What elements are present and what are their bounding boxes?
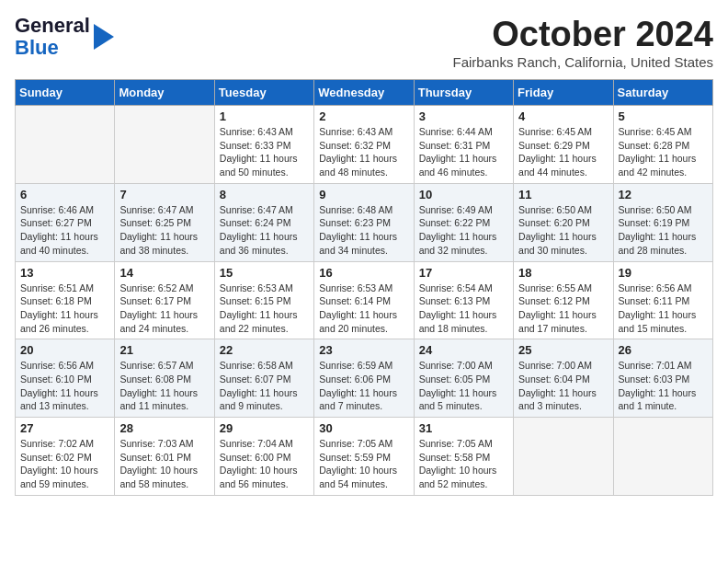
location: Fairbanks Ranch, California, United Stat… xyxy=(453,54,713,70)
calendar-cell xyxy=(115,106,214,184)
day-number: 5 xyxy=(619,109,708,123)
day-content: Sunrise: 7:03 AM Sunset: 6:01 PM Dayligh… xyxy=(119,437,209,491)
calendar-cell xyxy=(514,418,613,496)
calendar-cell: 11Sunrise: 6:50 AM Sunset: 6:20 PM Dayli… xyxy=(514,183,613,261)
day-content: Sunrise: 7:05 AM Sunset: 5:59 PM Dayligh… xyxy=(319,437,408,491)
day-number: 9 xyxy=(319,188,408,201)
logo-arrow-icon xyxy=(94,24,114,50)
calendar-cell: 12Sunrise: 6:50 AM Sunset: 6:19 PM Dayli… xyxy=(613,183,712,261)
day-number: 15 xyxy=(220,266,309,280)
day-number: 22 xyxy=(220,343,309,357)
weekday-header-friday: Friday xyxy=(514,80,613,106)
day-content: Sunrise: 6:45 AM Sunset: 6:29 PM Dayligh… xyxy=(518,125,608,179)
calendar-cell: 3Sunrise: 6:44 AM Sunset: 6:31 PM Daylig… xyxy=(414,106,513,184)
day-number: 18 xyxy=(518,266,608,280)
calendar-cell: 4Sunrise: 6:45 AM Sunset: 6:29 PM Daylig… xyxy=(514,106,613,184)
day-number: 31 xyxy=(419,421,508,435)
day-content: Sunrise: 6:50 AM Sunset: 6:19 PM Dayligh… xyxy=(619,203,708,258)
day-number: 13 xyxy=(20,266,109,280)
day-number: 17 xyxy=(419,266,508,280)
day-number: 6 xyxy=(20,188,109,201)
calendar-cell: 31Sunrise: 7:05 AM Sunset: 5:58 PM Dayli… xyxy=(414,418,513,496)
calendar-cell: 25Sunrise: 7:00 AM Sunset: 6:04 PM Dayli… xyxy=(514,339,613,418)
calendar-cell: 18Sunrise: 6:55 AM Sunset: 6:12 PM Dayli… xyxy=(514,261,613,339)
calendar-cell: 29Sunrise: 7:04 AM Sunset: 6:00 PM Dayli… xyxy=(214,418,313,496)
day-content: Sunrise: 6:53 AM Sunset: 6:14 PM Dayligh… xyxy=(319,282,408,336)
day-number: 28 xyxy=(119,421,209,435)
day-number: 19 xyxy=(619,266,708,280)
month-title: October 2024 xyxy=(453,15,713,54)
day-content: Sunrise: 6:55 AM Sunset: 6:12 PM Dayligh… xyxy=(518,282,608,336)
day-content: Sunrise: 7:00 AM Sunset: 6:05 PM Dayligh… xyxy=(419,359,508,413)
calendar-cell: 1Sunrise: 6:43 AM Sunset: 6:33 PM Daylig… xyxy=(214,106,313,184)
day-content: Sunrise: 6:48 AM Sunset: 6:23 PM Dayligh… xyxy=(319,203,408,258)
day-number: 12 xyxy=(619,188,708,201)
day-content: Sunrise: 6:53 AM Sunset: 6:15 PM Dayligh… xyxy=(220,282,309,336)
day-content: Sunrise: 6:56 AM Sunset: 6:11 PM Dayligh… xyxy=(619,282,708,336)
day-content: Sunrise: 6:47 AM Sunset: 6:25 PM Dayligh… xyxy=(119,203,209,258)
day-content: Sunrise: 6:59 AM Sunset: 6:06 PM Dayligh… xyxy=(319,359,408,413)
calendar-cell: 15Sunrise: 6:53 AM Sunset: 6:15 PM Dayli… xyxy=(214,261,313,339)
calendar-cell: 24Sunrise: 7:00 AM Sunset: 6:05 PM Dayli… xyxy=(414,339,513,418)
calendar-cell: 14Sunrise: 6:52 AM Sunset: 6:17 PM Dayli… xyxy=(115,261,214,339)
calendar-cell: 27Sunrise: 7:02 AM Sunset: 6:02 PM Dayli… xyxy=(16,418,115,496)
logo-blue: Blue xyxy=(15,37,90,59)
day-number: 23 xyxy=(319,343,408,357)
title-section: October 2024 Fairbanks Ranch, California… xyxy=(453,15,713,70)
calendar-cell: 7Sunrise: 6:47 AM Sunset: 6:25 PM Daylig… xyxy=(115,183,214,261)
calendar-cell: 5Sunrise: 6:45 AM Sunset: 6:28 PM Daylig… xyxy=(613,106,712,184)
calendar-cell: 23Sunrise: 6:59 AM Sunset: 6:06 PM Dayli… xyxy=(314,339,414,418)
day-number: 11 xyxy=(518,188,608,201)
calendar-week-row: 13Sunrise: 6:51 AM Sunset: 6:18 PM Dayli… xyxy=(16,261,713,339)
day-content: Sunrise: 6:43 AM Sunset: 6:32 PM Dayligh… xyxy=(319,125,408,179)
calendar-cell: 6Sunrise: 6:46 AM Sunset: 6:27 PM Daylig… xyxy=(16,183,115,261)
weekday-header-saturday: Saturday xyxy=(613,80,712,106)
day-content: Sunrise: 7:00 AM Sunset: 6:04 PM Dayligh… xyxy=(518,359,608,413)
weekday-header-thursday: Thursday xyxy=(414,80,513,106)
day-number: 27 xyxy=(20,421,109,435)
day-number: 3 xyxy=(419,109,508,123)
day-number: 30 xyxy=(319,421,408,435)
svg-marker-0 xyxy=(94,24,114,50)
calendar-cell: 2Sunrise: 6:43 AM Sunset: 6:32 PM Daylig… xyxy=(314,106,414,184)
day-content: Sunrise: 7:02 AM Sunset: 6:02 PM Dayligh… xyxy=(20,437,109,491)
day-number: 2 xyxy=(319,109,408,123)
weekday-header-monday: Monday xyxy=(115,80,214,106)
calendar-cell: 30Sunrise: 7:05 AM Sunset: 5:59 PM Dayli… xyxy=(314,418,414,496)
day-number: 24 xyxy=(419,343,508,357)
calendar-cell: 20Sunrise: 6:56 AM Sunset: 6:10 PM Dayli… xyxy=(16,339,115,418)
calendar-cell: 26Sunrise: 7:01 AM Sunset: 6:03 PM Dayli… xyxy=(613,339,712,418)
weekday-header-wednesday: Wednesday xyxy=(314,80,414,106)
calendar-cell: 17Sunrise: 6:54 AM Sunset: 6:13 PM Dayli… xyxy=(414,261,513,339)
calendar-header-row: SundayMondayTuesdayWednesdayThursdayFrid… xyxy=(16,80,713,106)
day-content: Sunrise: 6:58 AM Sunset: 6:07 PM Dayligh… xyxy=(220,359,309,413)
day-content: Sunrise: 6:51 AM Sunset: 6:18 PM Dayligh… xyxy=(20,282,109,336)
day-number: 29 xyxy=(220,421,309,435)
day-content: Sunrise: 6:46 AM Sunset: 6:27 PM Dayligh… xyxy=(20,203,109,258)
day-content: Sunrise: 6:52 AM Sunset: 6:17 PM Dayligh… xyxy=(119,282,209,336)
day-content: Sunrise: 6:54 AM Sunset: 6:13 PM Dayligh… xyxy=(419,282,508,336)
day-content: Sunrise: 6:44 AM Sunset: 6:31 PM Dayligh… xyxy=(419,125,508,179)
day-content: Sunrise: 6:43 AM Sunset: 6:33 PM Dayligh… xyxy=(220,125,309,179)
calendar: SundayMondayTuesdayWednesdayThursdayFrid… xyxy=(15,79,713,496)
day-number: 1 xyxy=(220,109,309,123)
day-content: Sunrise: 7:04 AM Sunset: 6:00 PM Dayligh… xyxy=(220,437,309,491)
calendar-cell: 10Sunrise: 6:49 AM Sunset: 6:22 PM Dayli… xyxy=(414,183,513,261)
calendar-cell: 13Sunrise: 6:51 AM Sunset: 6:18 PM Dayli… xyxy=(16,261,115,339)
calendar-cell xyxy=(613,418,712,496)
day-content: Sunrise: 6:45 AM Sunset: 6:28 PM Dayligh… xyxy=(619,125,708,179)
calendar-cell: 19Sunrise: 6:56 AM Sunset: 6:11 PM Dayli… xyxy=(613,261,712,339)
calendar-cell: 28Sunrise: 7:03 AM Sunset: 6:01 PM Dayli… xyxy=(115,418,214,496)
day-number: 10 xyxy=(419,188,508,201)
day-number: 4 xyxy=(518,109,608,123)
calendar-cell xyxy=(16,106,115,184)
day-number: 20 xyxy=(20,343,109,357)
day-content: Sunrise: 6:57 AM Sunset: 6:08 PM Dayligh… xyxy=(119,359,209,413)
calendar-week-row: 6Sunrise: 6:46 AM Sunset: 6:27 PM Daylig… xyxy=(16,183,713,261)
calendar-week-row: 20Sunrise: 6:56 AM Sunset: 6:10 PM Dayli… xyxy=(16,339,713,418)
day-content: Sunrise: 6:47 AM Sunset: 6:24 PM Dayligh… xyxy=(220,203,309,258)
calendar-cell: 21Sunrise: 6:57 AM Sunset: 6:08 PM Dayli… xyxy=(115,339,214,418)
day-number: 21 xyxy=(119,343,209,357)
calendar-cell: 22Sunrise: 6:58 AM Sunset: 6:07 PM Dayli… xyxy=(214,339,313,418)
day-number: 26 xyxy=(619,343,708,357)
